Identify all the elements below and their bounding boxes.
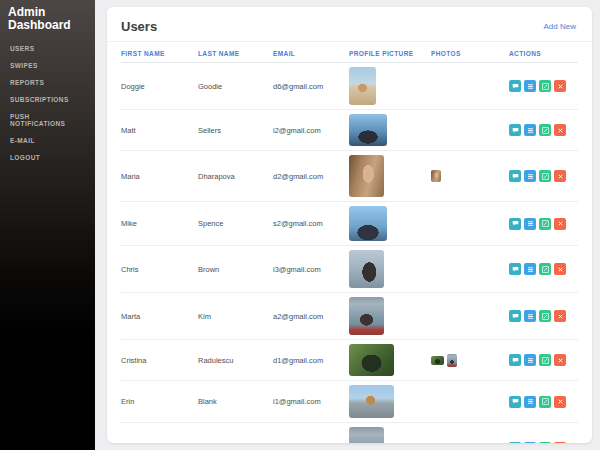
sidebar-item-reports[interactable]: REPORTS (0, 74, 95, 91)
chat-icon (512, 313, 519, 320)
cell-photos (431, 293, 509, 340)
edit-button[interactable] (539, 396, 551, 408)
couple-sky-photo (349, 206, 387, 241)
chat-button[interactable] (509, 442, 521, 443)
edit-button[interactable] (539, 442, 551, 443)
edit-button[interactable] (539, 310, 551, 322)
page-title: Users (121, 19, 157, 34)
table-row: DoggieGoodied6@gmail.com (121, 63, 578, 110)
list-button[interactable] (524, 218, 536, 230)
dog-rocks-photo (349, 385, 394, 418)
list-button[interactable] (524, 170, 536, 182)
woman-bridge-photo (349, 297, 384, 335)
add-new-link[interactable]: Add New (544, 22, 576, 31)
table-header-row: First NameLast NameEmailProfile PictureP… (121, 42, 578, 63)
cell-email: s2@gmail.com (273, 202, 349, 246)
list-icon (527, 357, 534, 364)
edit-icon (542, 173, 549, 180)
list-button[interactable] (524, 354, 536, 366)
cell-profile-picture (349, 423, 431, 444)
cell-actions (509, 293, 578, 340)
table-row: ErinBlanki1@gmail.com (121, 381, 578, 423)
chat-button[interactable] (509, 354, 521, 366)
sidebar-item-e-mail[interactable]: E-MAIL (0, 132, 95, 149)
chat-button[interactable] (509, 396, 521, 408)
users-card: Users Add New First NameLast NameEmailPr… (107, 7, 592, 443)
list-button[interactable] (524, 263, 536, 275)
list-icon (527, 398, 534, 405)
table-row: CristinaRadulescud1@gmail.com (121, 340, 578, 381)
edit-button[interactable] (539, 80, 551, 92)
cell-profile-picture (349, 340, 431, 381)
cell-photos (431, 63, 509, 110)
delete-icon (557, 357, 564, 364)
cell-first-name: Maria (121, 151, 198, 202)
chat-icon (512, 398, 519, 405)
column-header-last-name: Last Name (198, 42, 273, 63)
list-button[interactable] (524, 310, 536, 322)
cell-actions (509, 63, 578, 110)
chat-button[interactable] (509, 263, 521, 275)
cell-photos (431, 246, 509, 293)
chat-icon (512, 127, 519, 134)
chat-button[interactable] (509, 310, 521, 322)
sidebar-item-logout[interactable]: LOGOUT (0, 149, 95, 166)
cell-profile-picture (349, 246, 431, 293)
chat-icon (512, 173, 519, 180)
edit-icon (542, 313, 549, 320)
edit-icon (542, 398, 549, 405)
users-table: First NameLast NameEmailProfile PictureP… (121, 42, 578, 443)
list-button[interactable] (524, 442, 536, 443)
list-button[interactable] (524, 124, 536, 136)
delete-button[interactable] (554, 170, 566, 182)
cell-first-name: Marta (121, 293, 198, 340)
delete-button[interactable] (554, 124, 566, 136)
edit-button[interactable] (539, 170, 551, 182)
delete-icon (557, 83, 564, 90)
column-header-first-name: First Name (121, 42, 198, 63)
edit-button[interactable] (539, 218, 551, 230)
list-icon (527, 313, 534, 320)
cell-actions (509, 110, 578, 151)
delete-button[interactable] (554, 218, 566, 230)
delete-button[interactable] (554, 354, 566, 366)
delete-icon (557, 313, 564, 320)
cell-last-name: Dharapova (198, 151, 273, 202)
table-row: MikeSpences2@gmail.com (121, 202, 578, 246)
sidebar-item-push-notifications[interactable]: PUSH NOTIFICATIONS (0, 108, 95, 132)
woman-selfie-photo (431, 170, 441, 182)
delete-button[interactable] (554, 263, 566, 275)
cell-email: a2@gmail.com (273, 293, 349, 340)
cell-profile-picture (349, 151, 431, 202)
edit-button[interactable] (539, 124, 551, 136)
cell-email: d1@gmail.com (273, 340, 349, 381)
woman-selfie-photo (349, 155, 384, 197)
cell-profile-picture (349, 110, 431, 151)
delete-button[interactable] (554, 396, 566, 408)
edit-button[interactable] (539, 354, 551, 366)
chat-button[interactable] (509, 170, 521, 182)
edit-button[interactable] (539, 263, 551, 275)
sidebar-nav: USERSSWIPESREPORTSSUBSCRIPTIONSPUSH NOTI… (0, 40, 95, 166)
delete-button[interactable] (554, 442, 566, 443)
chat-icon (512, 220, 519, 227)
sidebar: Admin Dashboard USERSSWIPESREPORTSSUBSCR… (0, 0, 95, 450)
cell-actions (509, 151, 578, 202)
sidebar-item-subscriptions[interactable]: SUBSCRIPTIONS (0, 91, 95, 108)
cell-first-name: Matt (121, 110, 198, 151)
list-button[interactable] (524, 80, 536, 92)
sidebar-item-users[interactable]: USERS (0, 40, 95, 57)
table-row: MattSellersi2@gmail.com (121, 110, 578, 151)
chat-button[interactable] (509, 218, 521, 230)
sidebar-item-swipes[interactable]: SWIPES (0, 57, 95, 74)
cell-first-name: Doggie (121, 63, 198, 110)
chat-button[interactable] (509, 124, 521, 136)
dog-beach-photo (349, 67, 376, 105)
edit-icon (542, 266, 549, 273)
list-button[interactable] (524, 396, 536, 408)
couple-sea-photo (349, 114, 387, 146)
delete-button[interactable] (554, 310, 566, 322)
cell-first-name: Chris (121, 246, 198, 293)
delete-button[interactable] (554, 80, 566, 92)
chat-button[interactable] (509, 80, 521, 92)
